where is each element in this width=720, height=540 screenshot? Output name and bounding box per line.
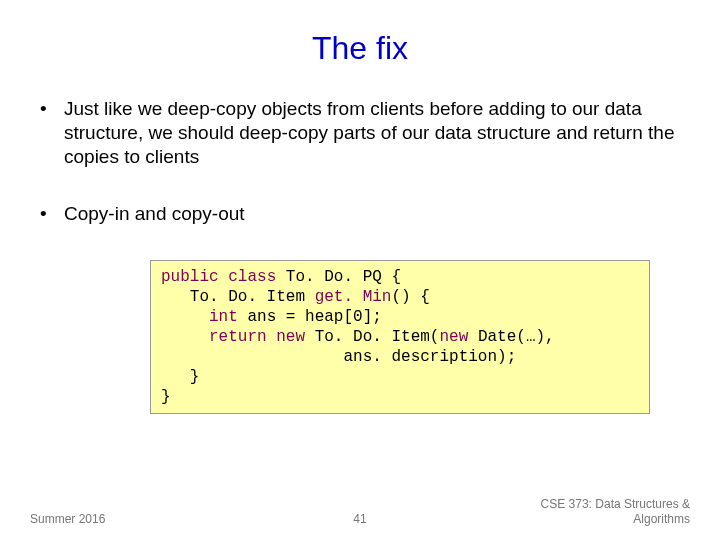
code-text: To. Do. Item(	[305, 328, 439, 346]
bullet-item: Copy-in and copy-out	[30, 202, 690, 226]
footer-course-line: Algorithms	[633, 512, 690, 526]
code-block: public class To. Do. PQ { To. Do. Item g…	[150, 260, 650, 414]
keyword: int	[209, 308, 238, 326]
slide-title: The fix	[30, 30, 690, 67]
keyword: return	[209, 328, 267, 346]
footer-course: CSE 373: Data Structures & Algorithms	[541, 497, 690, 526]
bullet-item: Just like we deep-copy objects from clie…	[30, 97, 690, 168]
code-text: Date(…),	[468, 328, 554, 346]
code-text: ans = heap[0];	[238, 308, 382, 326]
keyword: new	[276, 328, 305, 346]
code-text: }	[161, 368, 199, 386]
bullet-list: Just like we deep-copy objects from clie…	[30, 97, 690, 226]
code-text: To. Do. PQ {	[276, 268, 401, 286]
footer-term: Summer 2016	[30, 512, 105, 526]
keyword: new	[439, 328, 468, 346]
keyword: class	[228, 268, 276, 286]
code-text: }	[161, 388, 171, 406]
slide: The fix Just like we deep-copy objects f…	[0, 0, 720, 540]
footer-course-line: CSE 373: Data Structures &	[541, 497, 690, 511]
code-text: ans. description);	[161, 348, 516, 366]
method-name: get. Min	[315, 288, 392, 306]
slide-number: 41	[353, 512, 366, 526]
code-text: To. Do. Item	[161, 288, 315, 306]
keyword: public	[161, 268, 219, 286]
code-text: () {	[391, 288, 429, 306]
